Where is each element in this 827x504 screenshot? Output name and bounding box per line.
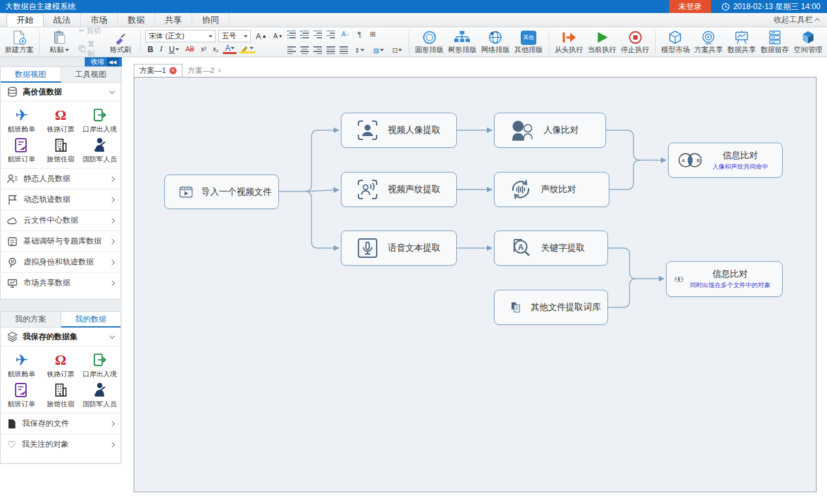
dataset-flight-manifest[interactable]: ✈ 航班舱单 bbox=[2, 349, 41, 379]
category-research-thematic[interactable]: 基础调研与专题库数据 bbox=[1, 231, 121, 251]
close-tab-icon[interactable]: × bbox=[169, 67, 177, 74]
bold-button[interactable]: B bbox=[145, 45, 155, 54]
my-saved-files[interactable]: 我保存的文件 bbox=[1, 413, 121, 434]
distribute-button[interactable] bbox=[340, 46, 348, 54]
cut-button[interactable]: ✂ 剪切 bbox=[76, 25, 104, 36]
tab-my-plans[interactable]: 我的方案 bbox=[1, 312, 61, 328]
voiceprint-scan-icon bbox=[356, 178, 379, 201]
font-size-select[interactable]: 五号 bbox=[218, 30, 251, 42]
bullet-list-button[interactable] bbox=[287, 31, 296, 38]
align-center-button[interactable] bbox=[300, 46, 309, 54]
numbered-list-button[interactable] bbox=[300, 31, 309, 38]
node-other-files-lexicon[interactable]: 其他文件提取词库 bbox=[494, 290, 608, 325]
shrink-font-button[interactable]: A▼ bbox=[271, 33, 285, 40]
run-current-button[interactable]: 当前执行 bbox=[585, 29, 618, 55]
two-heads-icon bbox=[509, 119, 535, 141]
menu-tab-tactics[interactable]: 战法 bbox=[44, 13, 81, 27]
circle-layout-button[interactable]: 圆形排版 bbox=[413, 29, 446, 55]
align-right-button[interactable] bbox=[313, 46, 322, 54]
node-info-compare-1[interactable]: A B 信息比对 人像和声纹共同命中 bbox=[668, 143, 783, 178]
node-info-compare-2[interactable]: A B 信息比对 同时出现在多个文件中的对象 bbox=[666, 261, 783, 297]
tree-layout-button[interactable]: 树形排版 bbox=[446, 29, 479, 55]
run-from-start-button[interactable]: 从头执行 bbox=[553, 29, 586, 55]
dataset-flight-order[interactable]: 航班订单 bbox=[2, 134, 41, 164]
justify-button[interactable] bbox=[326, 46, 335, 54]
category-dynamic-trajectory[interactable]: 动态轨迹数据 bbox=[1, 189, 121, 210]
category-virtual-identity[interactable]: 虚拟身份和轨迹数据 bbox=[1, 251, 121, 272]
plan-share-button[interactable]: 方案共享 bbox=[692, 29, 725, 55]
data-share-button[interactable]: 数据共享 bbox=[725, 29, 759, 55]
dataset-rail-ticket[interactable]: Ω 铁路订票 bbox=[41, 349, 80, 379]
subscript-button[interactable]: x₂ bbox=[210, 46, 220, 53]
paragraph-mark-button[interactable]: ¶ bbox=[356, 31, 364, 38]
align-left-button[interactable] bbox=[287, 46, 296, 54]
dataset-flight-manifest[interactable]: ✈ 航班舱单 bbox=[2, 104, 41, 134]
category-static-personnel[interactable]: 静态人员数据 bbox=[1, 168, 121, 189]
svg-text:B: B bbox=[697, 158, 700, 163]
sort-button[interactable]: A↓ bbox=[340, 31, 351, 38]
dataset-flight-order[interactable]: 航班订单 bbox=[2, 379, 41, 409]
italic-button[interactable]: I bbox=[158, 44, 164, 54]
caret-down-icon bbox=[65, 49, 69, 51]
dataset-rail-ticket[interactable]: Ω 铁路订票 bbox=[41, 104, 80, 134]
clock-icon bbox=[721, 3, 730, 11]
node-speech-to-text[interactable]: 语音文本提取 bbox=[341, 231, 457, 266]
font-family-select[interactable]: 宋体 (正文) bbox=[145, 30, 216, 42]
network-layout-button[interactable]: 网络排版 bbox=[479, 29, 512, 55]
node-keyword-extract[interactable]: A 关键字提取 bbox=[494, 231, 608, 266]
menu-tab-data[interactable]: 数据 bbox=[118, 13, 155, 27]
borders-button[interactable]: ⊡ bbox=[390, 47, 404, 54]
tab-tool-view[interactable]: 工具视图 bbox=[61, 67, 121, 83]
tab-data-view[interactable]: 数据视图 bbox=[1, 67, 61, 83]
dataset-border-entry[interactable]: 口岸出入境 bbox=[80, 349, 119, 379]
copy-button[interactable]: 复制 bbox=[76, 38, 104, 59]
table-grid-button[interactable]: ⊞ bbox=[368, 30, 378, 38]
decrease-indent-button[interactable] bbox=[313, 31, 322, 38]
superscript-button[interactable]: x² bbox=[199, 46, 208, 53]
strikethrough-button[interactable]: AB bbox=[184, 46, 196, 53]
tab-my-data[interactable]: 我的数据 bbox=[61, 312, 121, 328]
node-import-video[interactable]: 导入一个视频文件 bbox=[164, 175, 279, 209]
stop-execution-button[interactable]: 停止执行 bbox=[618, 29, 652, 55]
grow-font-button[interactable]: A▲ bbox=[254, 32, 268, 41]
model-market-button[interactable]: 模型市场 bbox=[659, 29, 692, 55]
dataset-hotel-stay[interactable]: 旅馆住宿 bbox=[41, 134, 80, 164]
other-layout-button[interactable]: 其他 其他排版 bbox=[512, 29, 545, 55]
section-high-value-data[interactable]: 高价值数据 bbox=[1, 83, 121, 102]
node-voiceprint-compare[interactable]: 声纹比对 bbox=[494, 172, 609, 207]
space-management-button[interactable]: 空间管理 bbox=[791, 29, 824, 55]
node-video-face-extract[interactable]: 视频人像提取 bbox=[341, 113, 457, 148]
close-tab-icon[interactable]: × bbox=[218, 67, 222, 74]
increase-indent-button[interactable] bbox=[326, 31, 335, 38]
menu-tab-share[interactable]: 共享 bbox=[155, 13, 192, 27]
highlight-button[interactable] bbox=[239, 45, 255, 53]
plan-tab-1[interactable]: 方案—1 × bbox=[134, 64, 182, 77]
underline-button[interactable]: U bbox=[167, 45, 181, 54]
paste-button[interactable]: 粘贴 bbox=[43, 29, 76, 55]
dataset-military-personnel[interactable]: 国防军人员 bbox=[80, 134, 119, 164]
menu-tab-start[interactable]: 开始 bbox=[7, 13, 44, 27]
dataset-military-personnel[interactable]: 国防军人员 bbox=[80, 379, 119, 409]
my-followed-objects[interactable]: ♡ 我关注的对象 bbox=[1, 434, 121, 455]
format-painter-button[interactable]: 格式刷 bbox=[104, 29, 138, 55]
category-market-shared[interactable]: 市场共享数据 bbox=[1, 272, 121, 293]
node-video-voiceprint-extract[interactable]: 视频声纹提取 bbox=[341, 172, 457, 207]
venn-diagram-icon: A B bbox=[673, 270, 685, 289]
section-saved-datasets[interactable]: 我保存的数据集 bbox=[1, 328, 121, 346]
new-plan-button[interactable]: 新建方案 bbox=[3, 29, 36, 55]
flowchart-canvas[interactable]: 导入一个视频文件 视频人像提取 视频声纹提取 bbox=[134, 77, 817, 492]
menu-tab-collab[interactable]: 协同 bbox=[192, 13, 229, 27]
menubar: 开始 战法 市场 数据 共享 协同 收起工具栏 bbox=[0, 13, 827, 27]
font-color-button[interactable]: A bbox=[223, 45, 237, 54]
dataset-hotel-stay[interactable]: 旅馆住宿 bbox=[41, 379, 80, 409]
shading-button[interactable]: ▨ bbox=[371, 47, 385, 54]
collapse-toolbar-button[interactable]: 收起工具栏 bbox=[774, 13, 827, 27]
line-spacing-button[interactable]: ⇕ bbox=[353, 47, 366, 54]
dataset-border-entry[interactable]: 口岸出入境 bbox=[80, 104, 119, 134]
data-retention-button[interactable]: 数据留存 bbox=[758, 29, 791, 55]
category-cloud-file-center[interactable]: 云文件中心数据 bbox=[1, 210, 121, 231]
node-face-compare[interactable]: 人像比对 bbox=[494, 113, 606, 148]
plan-tab-2[interactable]: 方案—2 × bbox=[182, 64, 227, 77]
login-status-badge[interactable]: 未登录 bbox=[669, 0, 711, 13]
sidebar-collapse-button[interactable]: 收缩 ◀◀ bbox=[85, 57, 122, 66]
